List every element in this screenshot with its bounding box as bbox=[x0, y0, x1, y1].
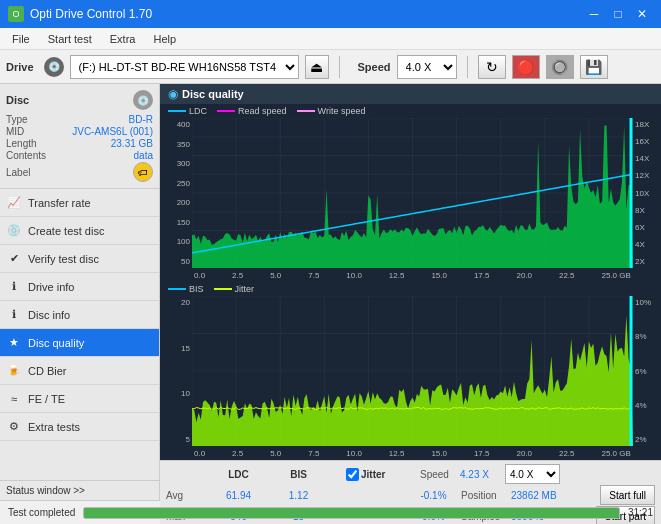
bx-0: 0.0 bbox=[194, 449, 205, 458]
bottom-y-axis-left: 20 15 10 5 bbox=[160, 296, 192, 446]
eject-button[interactable]: ⏏ bbox=[305, 55, 329, 79]
close-button[interactable]: ✕ bbox=[631, 4, 653, 24]
disc-type-label: Type bbox=[6, 114, 28, 125]
sidebar-item-verify-test-disc[interactable]: ✔ Verify test disc bbox=[0, 245, 159, 273]
menu-extra[interactable]: Extra bbox=[102, 31, 144, 47]
jitter-legend-item: Jitter bbox=[214, 284, 255, 294]
sidebar-item-label-disc-quality: Disc quality bbox=[28, 337, 84, 349]
bottom-chart-svg-wrap: 20 15 10 5 10% 8% 6% 4% 2% bbox=[160, 296, 661, 446]
bx-2-5: 2.5 bbox=[232, 449, 243, 458]
x-22-5: 22.5 bbox=[559, 271, 575, 280]
sidebar-item-label-create-test-disc: Create test disc bbox=[28, 225, 104, 237]
menu-help[interactable]: Help bbox=[145, 31, 184, 47]
x-0: 0.0 bbox=[194, 271, 205, 280]
chart-header: ◉ Disc quality bbox=[160, 84, 661, 104]
by-label-10pct: 10% bbox=[635, 298, 651, 307]
disc-header: Disc 💿 bbox=[6, 90, 153, 110]
bx-15: 15.0 bbox=[431, 449, 447, 458]
y-label-16x: 16X bbox=[635, 137, 649, 146]
chart-title: Disc quality bbox=[182, 88, 244, 100]
disc-panel: Disc 💿 Type BD-R MID JVC-AMS6L (001) Len… bbox=[0, 84, 159, 189]
y-label-300: 300 bbox=[177, 159, 190, 168]
avg-jitter: -0.1% bbox=[406, 490, 461, 501]
create-test-disc-icon: 💿 bbox=[6, 223, 22, 239]
x-15: 15.0 bbox=[431, 271, 447, 280]
bottom-legend: BIS Jitter bbox=[160, 282, 661, 296]
y-label-18x: 18X bbox=[635, 120, 649, 129]
y-label-14x: 14X bbox=[635, 154, 649, 163]
x-20: 20.0 bbox=[516, 271, 532, 280]
sidebar-item-label-cd-bier: CD Bier bbox=[28, 365, 67, 377]
y-label-4x: 4X bbox=[635, 240, 645, 249]
disc-label-icon[interactable]: 🏷 bbox=[133, 162, 153, 182]
speed-select[interactable]: 4.0 X bbox=[397, 55, 457, 79]
sidebar-item-drive-info[interactable]: ℹ Drive info bbox=[0, 273, 159, 301]
charts-area: LDC Read speed Write speed 400 35 bbox=[160, 104, 661, 460]
drive-info-icon: ℹ bbox=[6, 279, 22, 295]
jitter-checkbox[interactable] bbox=[346, 468, 359, 481]
bis-legend-line bbox=[168, 288, 186, 290]
sidebar-item-disc-quality[interactable]: ★ Disc quality bbox=[0, 329, 159, 357]
menu-file[interactable]: File bbox=[4, 31, 38, 47]
sidebar-item-disc-info[interactable]: ℹ Disc info bbox=[0, 301, 159, 329]
stats-speed-value: 4.23 X bbox=[460, 469, 505, 480]
status-window-button[interactable]: Status window >> bbox=[6, 485, 153, 496]
status-text: Test completed bbox=[8, 507, 75, 518]
top-chart-svg-wrap: 400 350 300 250 200 150 100 50 18X 16X 1… bbox=[160, 118, 661, 268]
x-7-5: 7.5 bbox=[308, 271, 319, 280]
stats-jitter-header: Jitter bbox=[361, 469, 416, 480]
x-5: 5.0 bbox=[270, 271, 281, 280]
refresh-button[interactable]: ↻ bbox=[478, 55, 506, 79]
stats-ldc-header: LDC bbox=[206, 469, 271, 480]
main-area: Disc 💿 Type BD-R MID JVC-AMS6L (001) Len… bbox=[0, 84, 661, 500]
sidebar-item-cd-bier[interactable]: 🍺 CD Bier bbox=[0, 357, 159, 385]
write-speed-legend-item: Write speed bbox=[297, 106, 366, 116]
minimize-button[interactable]: ─ bbox=[583, 4, 605, 24]
write-speed-legend-line bbox=[297, 110, 315, 112]
menu-start-test[interactable]: Start test bbox=[40, 31, 100, 47]
y-label-350: 350 bbox=[177, 140, 190, 149]
status-window-label: Status window >> bbox=[6, 485, 85, 496]
save-button[interactable]: 💾 bbox=[580, 55, 608, 79]
by-label-2pct: 2% bbox=[635, 435, 647, 444]
drive-select[interactable]: (F:) HL-DT-ST BD-RE WH16NS58 TST4 bbox=[70, 55, 299, 79]
chart-header-icon: ◉ bbox=[168, 87, 178, 101]
sidebar-item-label-disc-info: Disc info bbox=[28, 309, 70, 321]
y-label-8x: 8X bbox=[635, 206, 645, 215]
start-full-button[interactable]: Start full bbox=[600, 485, 655, 505]
ldc-legend-item: LDC bbox=[168, 106, 207, 116]
sidebar-item-create-test-disc[interactable]: 💿 Create test disc bbox=[0, 217, 159, 245]
bx-7-5: 7.5 bbox=[308, 449, 319, 458]
top-x-axis: 0.0 2.5 5.0 7.5 10.0 12.5 15.0 17.5 20.0… bbox=[192, 268, 633, 282]
y-label-150: 150 bbox=[177, 218, 190, 227]
disc-mid-label: MID bbox=[6, 126, 24, 137]
x-17-5: 17.5 bbox=[474, 271, 490, 280]
bx-25: 25.0 GB bbox=[602, 449, 631, 458]
content-area: ◉ Disc quality LDC Read speed bbox=[160, 84, 661, 500]
app-title: Opti Drive Control 1.70 bbox=[30, 7, 152, 21]
sidebar-item-transfer-rate[interactable]: 📈 Transfer rate bbox=[0, 189, 159, 217]
sidebar-status[interactable]: Status window >> bbox=[0, 480, 159, 500]
top-legend: LDC Read speed Write speed bbox=[160, 104, 661, 118]
disc-label-label: Label bbox=[6, 167, 30, 178]
disc-contents-value: data bbox=[134, 150, 153, 161]
disc-length-value: 23.31 GB bbox=[111, 138, 153, 149]
read-speed-legend-line bbox=[217, 110, 235, 112]
x-10: 10.0 bbox=[346, 271, 362, 280]
disc-button-2[interactable]: 🔘 bbox=[546, 55, 574, 79]
sidebar-item-label-fe-te: FE / TE bbox=[28, 393, 65, 405]
maximize-button[interactable]: □ bbox=[607, 4, 629, 24]
ldc-legend-line bbox=[168, 110, 186, 112]
progress-bar-fill bbox=[84, 508, 619, 518]
jitter-legend-label: Jitter bbox=[235, 284, 255, 294]
sidebar-item-extra-tests[interactable]: ⚙ Extra tests bbox=[0, 413, 159, 441]
disc-info-icon: ℹ bbox=[6, 307, 22, 323]
by-label-15: 15 bbox=[181, 344, 190, 353]
sidebar-item-label-extra-tests: Extra tests bbox=[28, 421, 80, 433]
by-label-8pct: 8% bbox=[635, 332, 647, 341]
disc-button-1[interactable]: 🔴 bbox=[512, 55, 540, 79]
sidebar-item-fe-te[interactable]: ≈ FE / TE bbox=[0, 385, 159, 413]
speed-target-select[interactable]: 4.0 X bbox=[505, 464, 560, 484]
disc-type-value: BD-R bbox=[129, 114, 153, 125]
toolbar-separator-2 bbox=[467, 56, 468, 78]
